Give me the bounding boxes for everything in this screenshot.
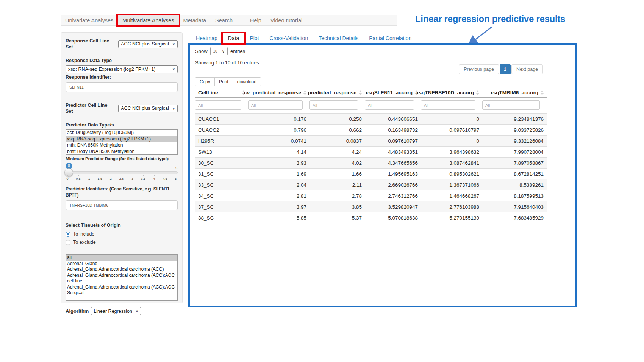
- select-value: ACC NCI plus Surgical: [121, 106, 169, 111]
- slider-tick: 5: [175, 177, 177, 181]
- option-adrenal-gland-adrenocortical-carcinoma-acc-acc-cell-line[interactable]: Adrenal_Gland:Adrenocortical carcinoma (…: [66, 273, 177, 284]
- chevron-down-icon: ∨: [172, 42, 175, 46]
- numeric-value: 7.915640403: [482, 201, 547, 212]
- column-header-predicted-response[interactable]: predicted_response: [308, 90, 356, 95]
- column-filter-cv-predicted-response[interactable]: [248, 100, 303, 110]
- algorithm-label: Algorithm: [66, 308, 89, 314]
- column-header-cv-predicted-response[interactable]: cv_predicted_response: [244, 90, 301, 95]
- numeric-value: 5.85: [248, 212, 309, 223]
- table-row: CUACC20.7960.6620.1634987320.0976107979.…: [195, 125, 547, 136]
- column-header-cellline[interactable]: CellLine: [198, 90, 218, 95]
- tab-partial-correlation[interactable]: Partial Correlation: [364, 33, 417, 43]
- radio-to-include[interactable]: To include: [66, 231, 178, 237]
- option-all[interactable]: all: [66, 255, 177, 261]
- column-header-xsqtmbim6-accorg[interactable]: xsqTMBIM6_accorg: [490, 90, 538, 95]
- cell-line-value: 38_SC: [195, 212, 248, 223]
- predictor-data-types-label: Predictor Data Type/s: [66, 122, 178, 128]
- numeric-value: 0.662: [309, 125, 365, 136]
- tab-plot[interactable]: Plot: [244, 33, 264, 43]
- nav-item-video-tutorial[interactable]: Video tutorial: [266, 15, 307, 25]
- slider-value-bubble: 0: [66, 163, 72, 169]
- response-identifier-input[interactable]: SLFN11: [66, 82, 178, 92]
- radio-to-exclude[interactable]: To exclude: [66, 240, 178, 245]
- numeric-value: 7.683485929: [482, 212, 547, 223]
- cell-line-value: 34_SC: [195, 190, 248, 201]
- option-adrenal-gland-adrenocortical-carcinoma-acc-acc-surgical[interactable]: Adrenal_Gland:Adrenocortical carcinoma (…: [66, 284, 177, 296]
- slider-tick-labels: 00.511.522.533.544.55: [66, 177, 177, 181]
- column-filter-predicted-response[interactable]: [309, 100, 358, 110]
- numeric-value: 9.234841376: [482, 114, 547, 125]
- numeric-value: 4.347665656: [365, 158, 421, 169]
- option-bmt-body-dna-850k-methylation[interactable]: bmt: Body DNA 850K Methylation: [66, 148, 177, 155]
- slider-handle[interactable]: [64, 168, 73, 177]
- tissue-listbox: allAdrenal_GlandAdrenal_Gland:Adrenocort…: [66, 254, 178, 301]
- numeric-value: 0.097610797: [421, 125, 482, 136]
- column-header-xsqslfn11-accorg[interactable]: xsqSLFN11_accorg: [365, 90, 413, 95]
- select-value: Linear Regression: [94, 309, 132, 314]
- response-data-type-label: Response Data Type: [66, 58, 178, 64]
- algorithm-select[interactable]: Linear Regression ∨: [91, 307, 141, 315]
- previous-page-button[interactable]: Previous page: [459, 64, 499, 74]
- predictor-cell-line-set-select[interactable]: ACC NCI plus Surgical ∨: [118, 105, 178, 112]
- column-filter-xsqtmbim6-accorg[interactable]: [482, 100, 540, 110]
- column-filter-xsqslfn11-accorg[interactable]: [365, 100, 414, 110]
- numeric-value: 2.78: [309, 190, 365, 201]
- results-panel: Show 10 ∨ entries Showing 1 to 10 of 10 …: [188, 43, 577, 307]
- numeric-value: 4.14: [248, 147, 309, 158]
- numeric-value: 8.187599513: [482, 190, 547, 201]
- numeric-value: 1.464668267: [421, 190, 482, 201]
- radio-unselected-icon: [66, 240, 70, 245]
- table-row: 38_SC5.855.375.0708186385.2701551397.683…: [195, 212, 547, 223]
- tab-technical-details[interactable]: Technical Details: [313, 33, 364, 43]
- download-button[interactable]: download: [233, 77, 261, 86]
- tissue-origin-label: Select Tissue/s of Origin: [66, 222, 178, 228]
- numeric-value: 0: [421, 136, 482, 147]
- min-predictor-range-slider: 0 5 00.511.522.533.544.55: [66, 163, 178, 183]
- next-page-button[interactable]: Next page: [511, 64, 543, 74]
- column-filter-cellline[interactable]: [195, 100, 241, 110]
- predictor-data-types-listbox: act: Drug Activity (-log10[IC50M])xsq: R…: [66, 129, 178, 155]
- top-navbar: Univariate AnalysesMultivariate Analyses…: [61, 15, 397, 26]
- copy-button[interactable]: Copy: [195, 77, 215, 86]
- tab-cross-validation[interactable]: Cross-Validation: [264, 33, 314, 43]
- table-row: 30_SC3.934.024.3476656563.0874628417.897…: [195, 158, 547, 169]
- nav-item-univariate-analyses[interactable]: Univariate Analyses: [61, 15, 118, 25]
- predictor-cell-line-set-row: Predictor Cell Line Set ACC NCI plus Sur…: [66, 102, 178, 114]
- nav-item-metadata[interactable]: Metadata: [179, 15, 211, 25]
- numeric-value: 3.93: [248, 158, 309, 169]
- radio-label: To include: [73, 231, 94, 237]
- option-adrenal-gland[interactable]: Adrenal_Gland: [66, 261, 177, 267]
- sort-icon[interactable]: [303, 90, 306, 95]
- option-adrenal-gland-adrenocortical-carcinoma-acc[interactable]: Adrenal_Gland:Adrenocortical carcinoma (…: [66, 267, 177, 273]
- page-length-select[interactable]: 10 ∨: [210, 47, 228, 55]
- numeric-value: 3.529820947: [365, 201, 421, 212]
- column-header-xsqtnfrsf10d-accorg[interactable]: xsqTNFRSF10D_accorg: [416, 90, 474, 95]
- slider-track[interactable]: [66, 171, 178, 174]
- nav-item-help[interactable]: Help: [245, 15, 266, 25]
- option-xsq-rna-seq-expression-log2-fpkm-1[interactable]: xsq: RNA-seq Expression (log2 FPKM+1): [66, 136, 177, 142]
- nav-item-search[interactable]: Search: [211, 15, 237, 25]
- option-mth-dna-850k-methylation[interactable]: mth: DNA 850K Methylation: [66, 142, 177, 148]
- numeric-value: 0.163498732: [365, 125, 421, 136]
- current-page-button[interactable]: 1: [500, 64, 511, 74]
- numeric-value: 0: [421, 114, 482, 125]
- numeric-value: 3.97: [248, 201, 309, 212]
- chevron-down-icon: ∨: [222, 49, 225, 53]
- predictor-identifiers-input[interactable]: TNFRSF10D TMBIM6: [66, 200, 178, 210]
- tab-heatmap[interactable]: Heatmap: [191, 33, 223, 43]
- response-cell-line-set-select[interactable]: ACC NCI plus Surgical ∨: [118, 40, 178, 48]
- numeric-value: 3.964398632: [421, 147, 482, 158]
- nav-item-multivariate-analyses[interactable]: Multivariate Analyses: [118, 15, 178, 25]
- sort-icon[interactable]: [476, 90, 479, 95]
- response-data-type-select[interactable]: xsq: RNA-seq Expression (log2 FPKM+1) ∨: [66, 65, 178, 73]
- sort-icon[interactable]: [541, 90, 544, 95]
- chevron-down-icon: ∨: [172, 67, 175, 71]
- option-act-drug-activity-log10-ic50m[interactable]: act: Drug Activity (-log10[IC50M]): [66, 130, 177, 136]
- chevron-down-icon: ∨: [136, 309, 138, 313]
- table-row: 33_SC2.042.112.6690267661.3673710668.538…: [195, 179, 547, 190]
- sort-icon[interactable]: [359, 90, 362, 95]
- column-filter-xsqtnfrsf10d-accorg[interactable]: [421, 100, 475, 110]
- print-button[interactable]: Print: [214, 77, 233, 86]
- tab-data[interactable]: Data: [223, 33, 245, 43]
- input-value: SLFN11: [69, 85, 84, 89]
